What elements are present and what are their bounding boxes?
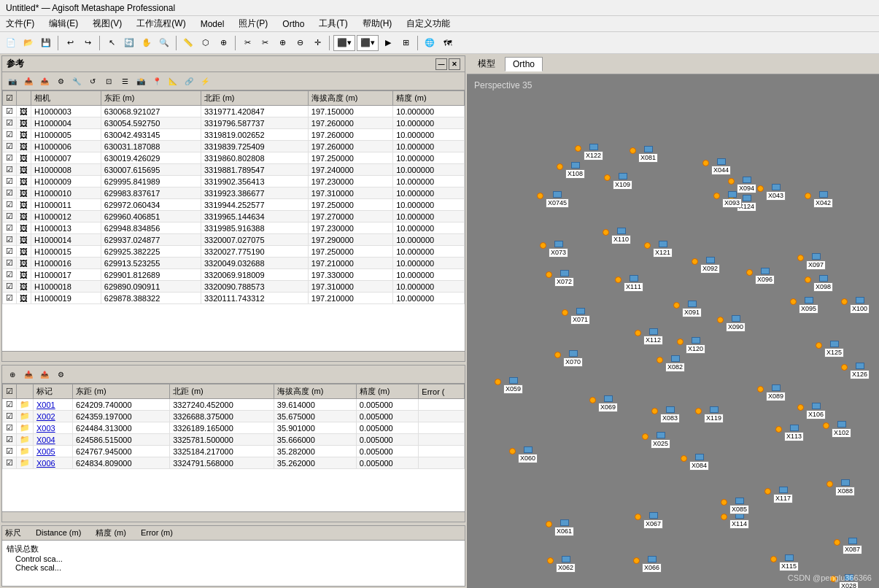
save-btn[interactable]: 💾 xyxy=(38,35,54,51)
menu-photos[interactable]: 照片(P) xyxy=(236,16,271,31)
table-row[interactable]: ☑ 🖼 H1000013 629948.834856 3319985.91638… xyxy=(3,223,465,234)
table-row[interactable]: ☑ 📁 X003 624484.313000 3326189.165000 35… xyxy=(3,422,465,434)
table-row[interactable]: ☑ 🖼 H1000016 629913.523255 3320049.03268… xyxy=(3,258,465,269)
gcp-settings-btn[interactable]: ⚙ xyxy=(53,367,68,382)
table-row[interactable]: ☑ 📁 X002 624359.197000 3326688.375000 35… xyxy=(3,411,465,422)
close-ref-btn[interactable]: ✕ xyxy=(449,58,460,70)
redo-btn[interactable]: ↪ xyxy=(80,35,96,51)
delete-btn[interactable]: ✂ xyxy=(239,35,255,51)
camera-list-btn[interactable]: 📸 xyxy=(133,74,148,88)
table-row[interactable]: ☑ 🖼 H1000017 629901.812689 3320069.91800… xyxy=(3,269,465,281)
arrow-btn[interactable]: ▶ xyxy=(380,35,396,51)
filter-btn[interactable]: 🔧 xyxy=(69,74,84,88)
rotate-btn[interactable]: 🔄 xyxy=(121,35,137,51)
camera-hscroll[interactable] xyxy=(2,351,465,361)
move-btn[interactable]: ✛ xyxy=(309,35,325,51)
row-check[interactable]: ☑ xyxy=(3,152,17,164)
table-row[interactable]: ☑ 📁 X006 624834.809000 3324791.568000 35… xyxy=(3,457,465,469)
table-row[interactable]: ☑ 🖼 H1000019 629878.388322 3320111.74331… xyxy=(3,293,465,304)
refresh-btn[interactable]: ↺ xyxy=(85,74,100,88)
zoomin-btn[interactable]: ⊕ xyxy=(274,35,290,51)
menu-edit[interactable]: 编辑(E) xyxy=(46,16,81,31)
table-row[interactable]: ☑ 🖼 H1000010 629983.837617 3319923.38667… xyxy=(3,187,465,199)
table-row[interactable]: ☑ 📁 X001 624209.740000 3327240.452000 39… xyxy=(3,399,465,411)
gcp-row-check[interactable]: ☑ xyxy=(3,446,17,457)
row-check[interactable]: ☑ xyxy=(3,281,17,293)
row-check[interactable]: ☑ xyxy=(3,234,17,246)
menu-ortho[interactable]: Ortho xyxy=(279,18,307,31)
optimize-btn[interactable]: ⚡ xyxy=(198,74,212,88)
new-btn[interactable]: 📄 xyxy=(3,35,19,51)
row-check[interactable]: ☑ xyxy=(3,293,17,304)
row-check[interactable]: ☑ xyxy=(3,141,17,152)
list-btn[interactable]: ☰ xyxy=(117,74,132,88)
table-row[interactable]: ☑ 🖼 H1000005 630042.493145 3319819.00265… xyxy=(3,129,465,141)
camera-table[interactable]: ☑ 相机 东距 (m) 北距 (m) 海拔高度 (m) 精度 (m) ☑ 🖼 H… xyxy=(2,90,465,351)
show-dropdown[interactable]: ⬛▾ xyxy=(357,35,379,51)
gcp-row-check[interactable]: ☑ xyxy=(3,399,17,411)
gcp-row-check[interactable]: ☑ xyxy=(3,457,17,469)
tab-ortho[interactable]: Ortho xyxy=(505,57,543,71)
gcp-add-btn[interactable]: ⊕ xyxy=(5,367,20,382)
open-btn[interactable]: 📂 xyxy=(20,35,36,51)
ref-btn[interactable]: 🔗 xyxy=(182,74,196,88)
row-check[interactable]: ☑ xyxy=(3,258,17,269)
row-check[interactable]: ☑ xyxy=(3,187,17,199)
table-row[interactable]: ☑ 🖼 H1000003 630068.921027 3319771.42084… xyxy=(3,106,465,117)
row-check[interactable]: ☑ xyxy=(3,211,17,223)
settings-btn[interactable]: ⚙ xyxy=(53,74,68,88)
globe-btn[interactable]: 🌐 xyxy=(422,35,438,51)
table-row[interactable]: ☑ 🖼 H1000009 629995.841989 3319902.35641… xyxy=(3,176,465,187)
map-btn[interactable]: 🗺 xyxy=(439,35,455,51)
grid-btn[interactable]: ⊞ xyxy=(398,35,414,51)
gcp-row-check[interactable]: ☑ xyxy=(3,422,17,434)
fit-btn[interactable]: ⊡ xyxy=(101,74,116,88)
gcp-hscroll[interactable] xyxy=(2,511,465,522)
zoom-btn[interactable]: 🔍 xyxy=(156,35,172,51)
row-check[interactable]: ☑ xyxy=(3,246,17,258)
scale-btn[interactable]: 📐 xyxy=(166,74,180,88)
table-row[interactable]: ☑ 🖼 H1000004 630054.592750 3319796.58773… xyxy=(3,117,465,129)
row-check[interactable]: ☑ xyxy=(3,164,17,176)
cut-btn[interactable]: ✂ xyxy=(257,35,273,51)
gcp-import-btn[interactable]: 📥 xyxy=(21,367,36,382)
export-btn[interactable]: 📤 xyxy=(37,74,52,88)
gcp-export-btn[interactable]: 📤 xyxy=(37,367,52,382)
import-btn[interactable]: 📥 xyxy=(21,74,36,88)
poly-btn[interactable]: ⬡ xyxy=(198,35,214,51)
menu-model[interactable]: Model xyxy=(198,18,228,31)
table-row[interactable]: ☑ 🖼 H1000014 629937.024877 3320007.02707… xyxy=(3,234,465,246)
table-row[interactable]: ☑ 🖼 H1000006 630031.187088 3319839.72540… xyxy=(3,141,465,152)
row-check[interactable]: ☑ xyxy=(3,176,17,187)
table-row[interactable]: ☑ 🖼 H1000008 630007.615695 3319881.78954… xyxy=(3,164,465,176)
row-check[interactable]: ☑ xyxy=(3,199,17,211)
tab-model[interactable]: 模型 xyxy=(470,55,503,72)
undo-btn[interactable]: ↩ xyxy=(62,35,78,51)
scale-control[interactable]: Control sca... xyxy=(7,554,460,563)
gcp-row-check[interactable]: ☑ xyxy=(3,411,17,422)
row-check[interactable]: ☑ xyxy=(3,223,17,234)
pan-btn[interactable]: ✋ xyxy=(139,35,155,51)
gcp-btn[interactable]: 📍 xyxy=(150,74,164,88)
select-btn[interactable]: ↖ xyxy=(104,35,120,51)
row-check[interactable]: ☑ xyxy=(3,129,17,141)
add-camera-btn[interactable]: 📷 xyxy=(5,74,20,88)
table-row[interactable]: ☑ 📁 X004 624586.515000 3325781.500000 35… xyxy=(3,434,465,446)
table-row[interactable]: ☑ 🖼 H1000011 629972.060434 3319944.25257… xyxy=(3,199,465,211)
menu-help[interactable]: 帮助(H) xyxy=(360,16,395,31)
pin-btn[interactable]: — xyxy=(435,58,447,70)
view-dropdown[interactable]: ⬛▾ xyxy=(333,35,355,51)
row-check[interactable]: ☑ xyxy=(3,269,17,281)
point-btn[interactable]: ⊕ xyxy=(215,35,231,51)
scale-check[interactable]: Check scal... xyxy=(7,563,460,572)
gcp-row-check[interactable]: ☑ xyxy=(3,434,17,446)
row-check[interactable]: ☑ xyxy=(3,106,17,117)
viewport[interactable]: Perspective 35 X122X081X044X108X094X109X… xyxy=(467,74,879,588)
row-check[interactable]: ☑ xyxy=(3,117,17,129)
table-row[interactable]: ☑ 🖼 H1000015 629925.382225 3320027.77519… xyxy=(3,246,465,258)
table-row[interactable]: ☑ 🖼 H1000018 629890.090911 3320090.78857… xyxy=(3,281,465,293)
menu-workflow[interactable]: 工作流程(W) xyxy=(133,16,188,31)
menu-custom[interactable]: 自定义功能 xyxy=(403,16,453,31)
menu-tools[interactable]: 工具(T) xyxy=(316,16,350,31)
table-row[interactable]: ☑ 📁 X005 624767.945000 3325184.217000 35… xyxy=(3,446,465,457)
